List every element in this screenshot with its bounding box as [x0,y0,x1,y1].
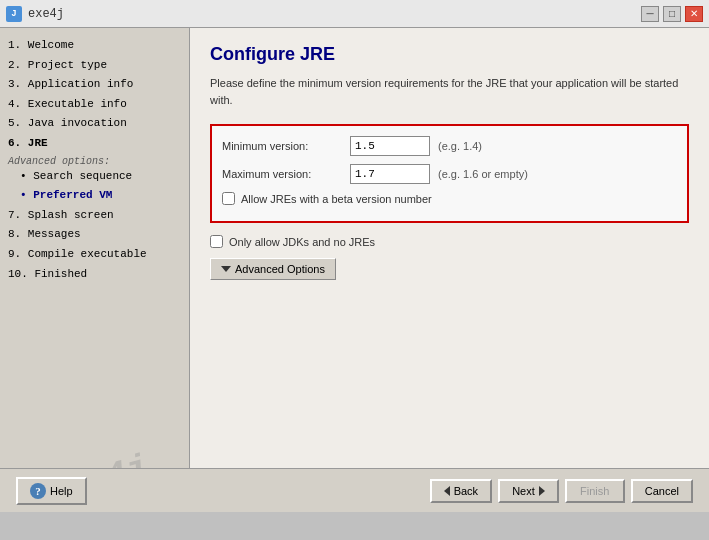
max-version-input[interactable] [350,164,430,184]
bottom-bar: ? Help Back Next Finish Cancel [0,468,709,512]
next-button[interactable]: Next [498,479,559,503]
sidebar-advanced-options-label: Advanced options: [4,154,185,167]
sidebar-item-project-type[interactable]: 2. Project type [4,56,185,76]
help-icon: ? [30,483,46,499]
cancel-button[interactable]: Cancel [631,479,693,503]
sidebar-item-search-sequence[interactable]: • Search sequence [4,167,185,187]
bottom-left: ? Help [16,477,87,505]
sidebar-item-finished[interactable]: 10. Finished [4,265,185,285]
maximize-button[interactable]: □ [663,6,681,22]
min-version-hint: (e.g. 1.4) [438,140,482,152]
min-version-label: Minimum version: [222,140,342,152]
sidebar-item-splash-screen[interactable]: 7. Splash screen [4,206,185,226]
sidebar-item-jre[interactable]: 6. JRE [4,134,185,154]
sidebar-item-java-invocation[interactable]: 5. Java invocation [4,114,185,134]
window-controls: ─ □ ✕ [641,6,703,22]
sidebar-item-welcome[interactable]: 1. Welcome [4,36,185,56]
close-button[interactable]: ✕ [685,6,703,22]
content-panel: Configure JRE Please define the minimum … [190,28,709,512]
beta-checkbox[interactable] [222,192,235,205]
sidebar-item-preferred-vm[interactable]: • Preferred VM [4,186,185,206]
window-title: exe4j [28,7,64,21]
sidebar-item-compile-executable[interactable]: 9. Compile executable [4,245,185,265]
beta-checkbox-row: Allow JREs with a beta version number [222,192,677,205]
back-arrow-icon [444,486,450,496]
max-version-hint: (e.g. 1.6 or empty) [438,168,528,180]
help-label: Help [50,485,73,497]
help-button[interactable]: ? Help [16,477,87,505]
sidebar-item-application-info[interactable]: 3. Application info [4,75,185,95]
version-highlight-box: Minimum version: (e.g. 1.4) Maximum vers… [210,124,689,223]
finish-button[interactable]: Finish [565,479,625,503]
app-icon: J [6,6,22,22]
sidebar-item-executable-info[interactable]: 4. Executable info [4,95,185,115]
min-version-input[interactable] [350,136,430,156]
next-label: Next [512,485,535,497]
beta-checkbox-label: Allow JREs with a beta version number [241,193,432,205]
max-version-label: Maximum version: [222,168,342,180]
sidebar: 1. Welcome 2. Project type 3. Applicatio… [0,28,190,512]
title-bar: J exe4j ─ □ ✕ [0,0,709,28]
min-version-row: Minimum version: (e.g. 1.4) [222,136,677,156]
next-arrow-icon [539,486,545,496]
cancel-label: Cancel [645,485,679,497]
sidebar-item-messages[interactable]: 8. Messages [4,225,185,245]
back-label: Back [454,485,478,497]
advanced-options-button[interactable]: Advanced Options [210,258,336,280]
back-button[interactable]: Back [430,479,492,503]
main-content-wrapper: 1. Welcome 2. Project type 3. Applicatio… [0,28,709,512]
page-description: Please define the minimum version requir… [210,75,689,108]
minimize-button[interactable]: ─ [641,6,659,22]
page-title: Configure JRE [210,44,689,65]
max-version-row: Maximum version: (e.g. 1.6 or empty) [222,164,677,184]
advanced-options-label: Advanced Options [235,263,325,275]
jdk-only-checkbox[interactable] [210,235,223,248]
triangle-down-icon [221,266,231,272]
finish-label: Finish [580,485,609,497]
jdk-only-checkbox-row: Only allow JDKs and no JREs [210,235,689,248]
title-bar-left: J exe4j [6,6,64,22]
bottom-right: Back Next Finish Cancel [430,479,693,503]
jdk-only-checkbox-label: Only allow JDKs and no JREs [229,236,375,248]
